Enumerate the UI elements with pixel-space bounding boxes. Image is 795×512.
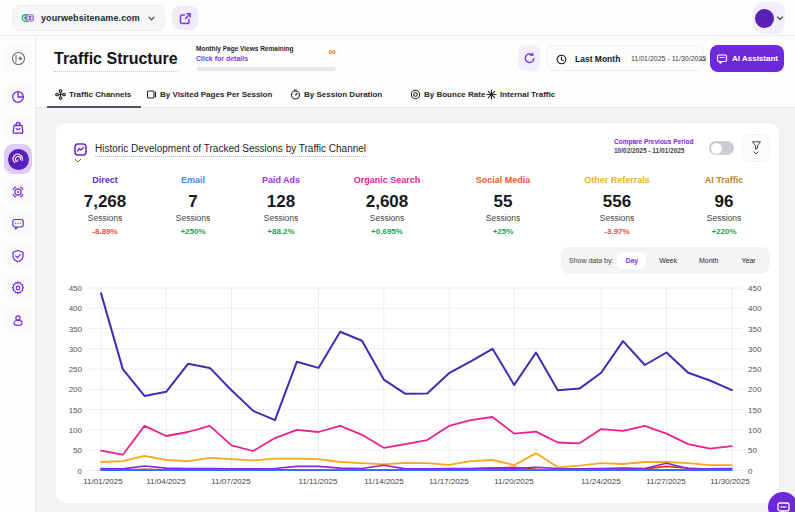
- svg-text:11/30/2025: 11/30/2025: [710, 477, 750, 486]
- svg-text:450: 450: [748, 284, 762, 293]
- svg-text:11/27/2025: 11/27/2025: [646, 477, 686, 486]
- svg-text:400: 400: [69, 304, 83, 313]
- svg-text:100: 100: [69, 426, 83, 435]
- svg-text:11/17/2025: 11/17/2025: [429, 477, 469, 486]
- svg-text:11/14/2025: 11/14/2025: [364, 477, 404, 486]
- svg-text:0: 0: [748, 467, 753, 476]
- svg-text:100: 100: [748, 426, 762, 435]
- svg-text:0: 0: [78, 467, 83, 476]
- svg-text:200: 200: [748, 385, 762, 394]
- svg-text:250: 250: [69, 365, 83, 374]
- svg-text:150: 150: [748, 406, 762, 415]
- svg-text:350: 350: [69, 325, 83, 334]
- svg-text:250: 250: [748, 365, 762, 374]
- svg-text:11/01/2025: 11/01/2025: [83, 477, 123, 486]
- svg-text:11/04/2025: 11/04/2025: [146, 477, 186, 486]
- svg-text:400: 400: [748, 304, 762, 313]
- svg-text:11/24/2025: 11/24/2025: [581, 477, 621, 486]
- svg-text:450: 450: [69, 284, 83, 293]
- svg-text:200: 200: [69, 385, 83, 394]
- svg-text:11/11/2025: 11/11/2025: [299, 477, 338, 486]
- svg-text:11/20/2025: 11/20/2025: [494, 477, 534, 486]
- svg-text:300: 300: [69, 345, 83, 354]
- svg-text:350: 350: [748, 325, 762, 334]
- svg-text:150: 150: [69, 406, 83, 415]
- svg-text:300: 300: [748, 345, 762, 354]
- svg-text:50: 50: [748, 446, 757, 455]
- svg-text:11/07/2025: 11/07/2025: [211, 477, 251, 486]
- svg-text:50: 50: [73, 446, 82, 455]
